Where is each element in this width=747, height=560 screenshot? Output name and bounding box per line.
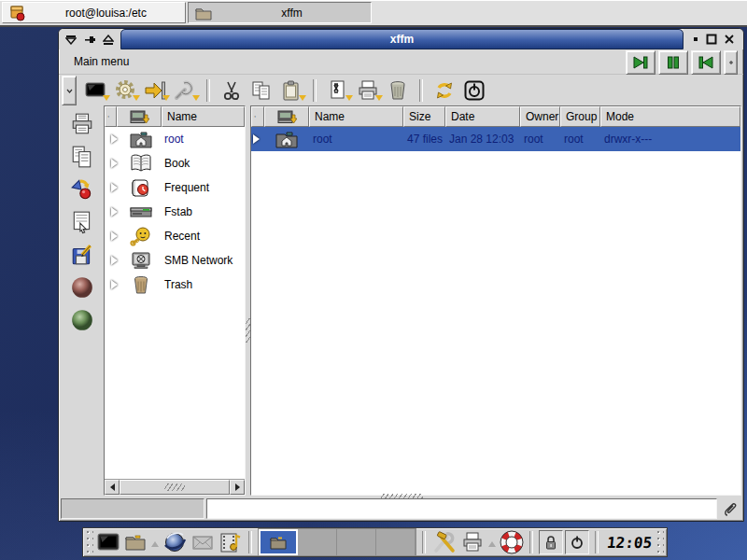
side-sphere-green-button[interactable] xyxy=(68,307,96,333)
tree-header: , Name xyxy=(105,106,245,127)
expander-icon[interactable] xyxy=(111,134,122,144)
maximize-icon[interactable] xyxy=(705,32,718,47)
files-header-size[interactable]: Size xyxy=(403,106,445,127)
panel-help-button[interactable] xyxy=(498,529,526,555)
panel-power-button[interactable] xyxy=(565,530,589,554)
side-run-button[interactable] xyxy=(68,176,96,203)
dropdown-arrow-icon xyxy=(345,95,353,105)
panel-terminal-button[interactable] xyxy=(94,529,122,555)
detach-button[interactable] xyxy=(724,50,738,75)
pager-desktop-1[interactable] xyxy=(259,529,298,555)
goto-button[interactable] xyxy=(141,77,169,105)
popup-arrow-icon[interactable] xyxy=(488,538,496,547)
settings-button[interactable] xyxy=(111,77,139,105)
tools-button[interactable] xyxy=(171,77,199,105)
expander-icon[interactable] xyxy=(111,159,122,168)
quit-button[interactable] xyxy=(460,77,488,105)
iconify-icon[interactable] xyxy=(691,32,700,47)
scripts-button[interactable] xyxy=(324,77,352,105)
pause-button[interactable] xyxy=(658,50,688,75)
side-toolbar xyxy=(61,105,104,496)
stick-pin-icon[interactable] xyxy=(81,32,98,47)
expander-icon[interactable] xyxy=(253,134,264,144)
panel-file-manager-button[interactable] xyxy=(122,529,150,555)
file-row-root[interactable]: root 47 files Jan 28 12:03 root root drw… xyxy=(251,127,740,151)
tree-row-frequent[interactable]: Frequent xyxy=(105,175,245,200)
tree-header-corner[interactable]: , xyxy=(105,106,117,127)
side-save-button[interactable] xyxy=(68,242,96,268)
panel-grip-left[interactable] xyxy=(86,530,93,554)
panel-web-browser-button[interactable] xyxy=(161,529,189,555)
files-header-name[interactable]: Name xyxy=(309,106,403,127)
panel-mail-button[interactable] xyxy=(189,529,217,555)
print-button[interactable] xyxy=(354,77,382,105)
task-button-terminal[interactable]: root@louisa:/etc xyxy=(2,2,186,23)
terminal-button[interactable] xyxy=(81,77,109,105)
shade-icon[interactable] xyxy=(63,32,79,47)
scrollbar-thumb[interactable] xyxy=(120,480,230,495)
file-owner: root xyxy=(520,133,560,146)
scroll-right-button[interactable] xyxy=(230,480,245,495)
scroll-left-button[interactable] xyxy=(105,480,120,495)
files-header-group[interactable]: Group xyxy=(560,106,600,127)
window-title: xffm xyxy=(390,33,414,46)
pause-icon xyxy=(666,55,681,70)
side-sphere-red-button[interactable] xyxy=(68,274,96,301)
panel-settings-button[interactable] xyxy=(430,529,458,555)
location-entry[interactable] xyxy=(206,498,717,519)
tree-row-smb[interactable]: SMB Network xyxy=(105,248,245,273)
cut-button[interactable] xyxy=(218,77,246,105)
duplicate-icon xyxy=(70,145,94,169)
panel-grip-right[interactable] xyxy=(656,530,664,554)
side-open-with-button[interactable] xyxy=(68,209,96,235)
tree-header-name[interactable]: Name xyxy=(162,106,245,127)
skip-back-button[interactable] xyxy=(691,50,721,75)
expander-icon[interactable] xyxy=(111,207,122,217)
titlebar-left-buttons xyxy=(59,29,120,49)
bottom-panel: 12:05 xyxy=(82,527,668,557)
computer-icon xyxy=(276,109,297,124)
toolbar-collapse-button[interactable] xyxy=(62,76,77,105)
paste-button[interactable] xyxy=(277,77,305,105)
unshade-icon[interactable] xyxy=(100,32,117,47)
expander-icon[interactable] xyxy=(111,183,122,192)
skip-forward-button[interactable] xyxy=(626,50,655,75)
main-menu[interactable]: Main menu xyxy=(59,55,129,68)
task-button-xffm[interactable]: xffm xyxy=(188,2,372,23)
files-header-owner[interactable]: Owner xyxy=(520,106,560,127)
tree-row-book[interactable]: Book xyxy=(105,151,245,175)
expander-icon[interactable] xyxy=(111,256,122,265)
files-header-date[interactable]: Date xyxy=(445,106,520,127)
tree-header-icon-column[interactable] xyxy=(117,106,162,127)
copy-button[interactable] xyxy=(247,77,275,105)
panel-clock[interactable]: 12:05 xyxy=(606,534,653,552)
files-header-icon-column[interactable] xyxy=(264,106,309,127)
panel-splitter[interactable] xyxy=(246,105,250,496)
desktop: root@louisa:/etc xffm xyxy=(0,0,747,560)
panel-print-button[interactable] xyxy=(458,529,486,555)
paperclip-slot[interactable] xyxy=(719,498,741,519)
files-header-mode[interactable]: Mode xyxy=(600,106,740,127)
tree-row-fstab[interactable]: Fstab xyxy=(105,200,245,224)
expander-icon[interactable] xyxy=(111,280,122,289)
dropdown-arrow-icon xyxy=(162,95,170,105)
panel-media-button[interactable] xyxy=(217,529,245,555)
popup-arrow-icon[interactable] xyxy=(151,538,159,547)
files-header-corner[interactable]: , xyxy=(251,106,264,127)
expander-icon[interactable] xyxy=(111,231,122,241)
panel-lock-button[interactable] xyxy=(539,530,563,554)
tree-horizontal-scrollbar xyxy=(105,479,245,495)
titlebar-drag-area[interactable]: xffm xyxy=(120,29,684,49)
tree-row-root[interactable]: root xyxy=(105,127,245,151)
print-icon xyxy=(460,531,485,553)
trash-button[interactable] xyxy=(384,77,412,105)
pager-desktop-2[interactable] xyxy=(298,529,337,555)
tree-row-recent[interactable]: Recent xyxy=(105,224,245,248)
close-icon[interactable] xyxy=(723,32,736,47)
side-duplicate-button[interactable] xyxy=(68,144,96,170)
pager-desktop-4[interactable] xyxy=(376,529,416,555)
pager-desktop-3[interactable] xyxy=(337,529,376,555)
tree-row-trash[interactable]: Trash xyxy=(105,273,245,297)
reload-button[interactable] xyxy=(430,77,458,105)
side-print-button[interactable] xyxy=(68,111,96,137)
